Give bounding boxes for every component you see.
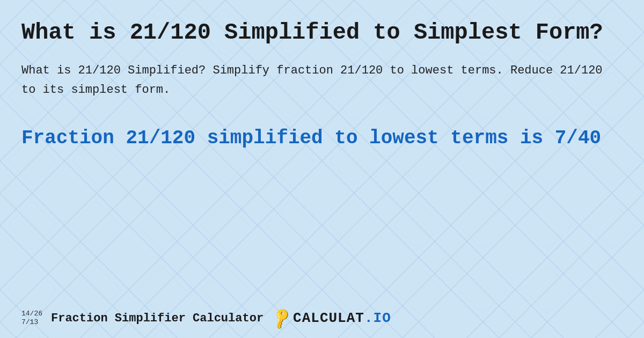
logo-text: CALCULAT.IO [293, 310, 391, 326]
footer-logo: 🔑 CALCULAT.IO [272, 309, 391, 327]
page-title: What is 21/120 Simplified to Simplest Fo… [21, 19, 623, 46]
result-section: Fraction 21/120 simplified to lowest ter… [21, 126, 623, 151]
result-title: Fraction 21/120 simplified to lowest ter… [21, 126, 623, 151]
description-text: What is 21/120 Simplified? Simplify frac… [21, 61, 623, 99]
footer-fractions: 14/26 7/13 [21, 310, 42, 326]
footer: 14/26 7/13 Fraction Simplifier Calculato… [21, 304, 623, 327]
key-icon: 🔑 [269, 306, 294, 331]
footer-fraction-top: 14/26 [21, 310, 42, 318]
footer-brand: Fraction Simplifier Calculator [51, 312, 264, 325]
brand-label: Fraction Simplifier Calculator [51, 312, 264, 325]
logo-dot-io: .IO [364, 310, 391, 326]
footer-fraction-bottom: 7/13 [21, 318, 42, 327]
